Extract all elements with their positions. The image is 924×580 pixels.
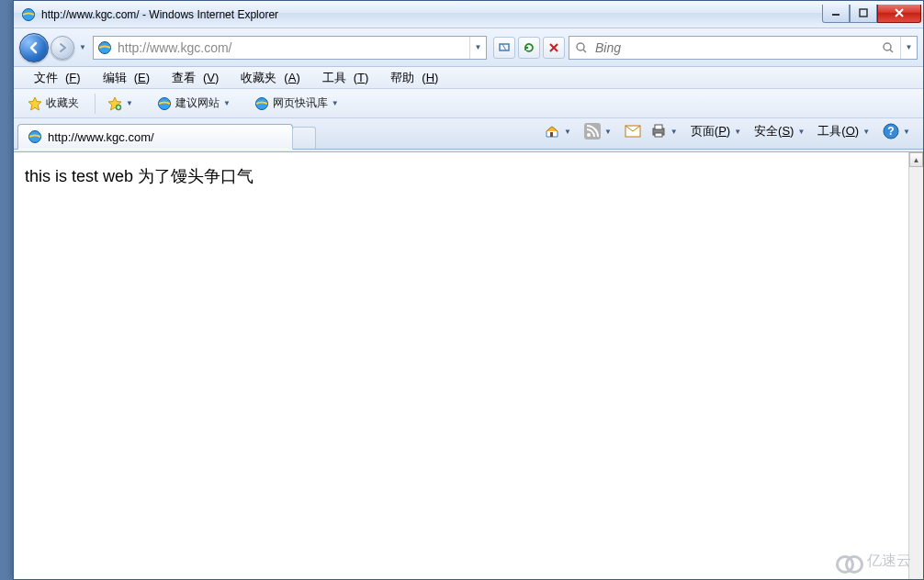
chevron-down-icon: ▼ xyxy=(560,128,575,136)
search-bar[interactable]: ▼ xyxy=(569,36,918,60)
ie-icon xyxy=(21,7,36,22)
page-menu[interactable]: 页面(P) ▼ xyxy=(687,121,749,141)
new-tab-button[interactable] xyxy=(292,127,316,149)
menu-favorites[interactable]: 收藏夹(A) xyxy=(226,68,307,88)
chevron-down-icon: ▼ xyxy=(220,99,234,107)
printer-icon xyxy=(650,123,667,139)
favorites-button[interactable]: 收藏夹 xyxy=(19,93,87,114)
titlebar: http://www.kgc.com/ - Windows Internet E… xyxy=(14,1,923,28)
vertical-scrollbar[interactable]: ▲ xyxy=(908,152,923,579)
feeds-button[interactable]: ▼ xyxy=(580,121,619,141)
address-bar[interactable]: ▼ xyxy=(93,36,487,60)
chevron-down-icon: ▼ xyxy=(122,99,137,107)
suggested-label: 建议网站 xyxy=(175,95,220,111)
close-button[interactable] xyxy=(877,5,921,23)
home-icon xyxy=(544,123,560,139)
refresh-button[interactable] xyxy=(518,37,540,59)
chevron-down-icon: ▼ xyxy=(899,128,914,136)
watermark: 亿速云 xyxy=(836,552,911,571)
chevron-down-icon: ▼ xyxy=(328,99,343,107)
menu-bar: 文件(F) 编辑(E) 查看(V) 收藏夹(A) 工具(T) 帮助(H) xyxy=(14,67,923,89)
svg-rect-11 xyxy=(550,132,553,137)
chevron-down-icon: ▼ xyxy=(859,128,873,136)
chevron-down-icon: ▼ xyxy=(730,128,745,136)
webslice-label: 网页快讯库 xyxy=(273,95,328,111)
navigation-bar: ▼ ▼ ▼ xyxy=(14,28,923,67)
tab-active[interactable]: http://www.kgc.com/ xyxy=(17,124,293,150)
menu-edit[interactable]: 编辑(E) xyxy=(88,68,157,88)
watermark-icon xyxy=(836,552,863,571)
tab-title: http://www.kgc.com/ xyxy=(48,130,154,144)
chevron-down-icon: ▼ xyxy=(667,128,682,136)
back-button[interactable] xyxy=(19,33,49,62)
svg-rect-17 xyxy=(655,133,662,137)
page-ie-icon xyxy=(97,40,112,55)
chevron-down-icon: ▼ xyxy=(601,128,615,136)
window-title: http://www.kgc.com/ - Windows Internet E… xyxy=(41,8,278,21)
safety-menu[interactable]: 安全(S) ▼ xyxy=(750,121,812,141)
print-button[interactable]: ▼ xyxy=(647,121,685,141)
menu-file[interactable]: 文件(F) xyxy=(19,68,88,88)
home-button[interactable]: ▼ xyxy=(540,121,579,141)
search-input[interactable] xyxy=(593,38,876,58)
chevron-down-icon: ▼ xyxy=(794,128,808,136)
window-controls xyxy=(822,5,921,25)
compatibility-button[interactable] xyxy=(493,37,515,59)
svg-rect-1 xyxy=(832,14,839,16)
suggested-sites-button[interactable]: 建议网站 ▼ xyxy=(149,93,242,114)
scroll-up-button[interactable]: ▲ xyxy=(909,152,923,167)
nav-history-dropdown[interactable]: ▼ xyxy=(76,36,89,60)
help-button[interactable]: ? ▼ xyxy=(879,121,918,141)
svg-point-6 xyxy=(884,43,891,50)
star-icon xyxy=(28,96,42,111)
tools-menu[interactable]: 工具(O) ▼ xyxy=(814,121,877,141)
add-favorite-button[interactable]: ▼ xyxy=(99,94,145,114)
menu-view[interactable]: 查看(V) xyxy=(157,68,226,88)
mail-icon xyxy=(625,125,641,138)
address-dropdown[interactable]: ▼ xyxy=(469,37,486,59)
menu-tools[interactable]: 工具(T) xyxy=(308,68,377,88)
svg-point-5 xyxy=(577,43,584,50)
separator xyxy=(95,94,96,114)
web-slice-button[interactable]: 网页快讯库 ▼ xyxy=(246,93,351,114)
help-icon: ? xyxy=(883,123,899,139)
content-area: this is test web 为了馒头争口气 ▲ xyxy=(14,151,923,579)
ie-window: http://www.kgc.com/ - Windows Internet E… xyxy=(13,0,924,580)
address-input[interactable] xyxy=(116,38,469,58)
ie-icon xyxy=(254,96,269,111)
page-body: this is test web 为了馒头争口气 xyxy=(14,152,908,579)
search-go-icon[interactable] xyxy=(882,41,895,54)
svg-point-13 xyxy=(587,133,591,137)
command-bar: ▼ ▼ ▼ 页面(P) ▼ 安全(S) ▼ 工具(O) xyxy=(538,121,918,141)
star-add-icon xyxy=(107,96,122,111)
maximize-button[interactable] xyxy=(850,5,877,23)
menu-help[interactable]: 帮助(H) xyxy=(376,68,445,88)
favorites-label: 收藏夹 xyxy=(46,95,79,111)
ie-icon xyxy=(157,96,172,111)
svg-rect-16 xyxy=(655,125,662,129)
tab-bar: http://www.kgc.com/ ▼ ▼ ▼ 页面(P) ▼ xyxy=(14,118,923,150)
favorites-bar: 收藏夹 ▼ 建议网站 ▼ 网页快讯库 ▼ xyxy=(14,89,923,118)
watermark-text: 亿速云 xyxy=(867,552,911,571)
search-icon xyxy=(575,41,588,54)
ie-icon xyxy=(28,129,42,144)
svg-text:?: ? xyxy=(887,125,894,138)
forward-button[interactable] xyxy=(51,36,74,60)
stop-button[interactable] xyxy=(543,37,565,59)
minimize-button[interactable] xyxy=(822,5,850,23)
readmail-button[interactable] xyxy=(621,123,645,139)
search-provider-dropdown[interactable]: ▼ xyxy=(900,37,917,59)
rss-icon xyxy=(584,123,601,139)
page-text: this is test web 为了馒头争口气 xyxy=(25,167,254,185)
svg-rect-2 xyxy=(860,9,867,17)
